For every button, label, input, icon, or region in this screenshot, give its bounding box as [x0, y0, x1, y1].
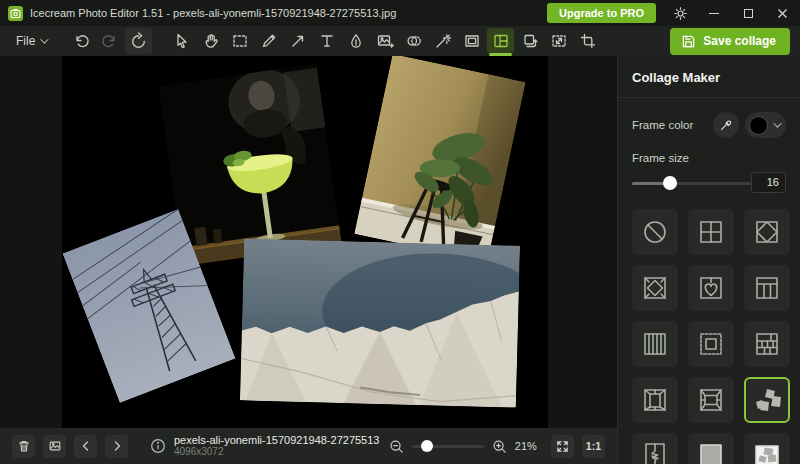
app-window: Icecream Photo Editor 1.51 - pexels-ali-…	[0, 0, 800, 464]
collage-canvas[interactable]	[62, 56, 548, 428]
pointer-tool[interactable]	[168, 28, 195, 54]
file-menu-label: File	[16, 34, 35, 48]
zoom-level: 21%	[515, 440, 543, 452]
file-menu[interactable]: File	[10, 30, 52, 52]
crop-icon	[579, 32, 597, 50]
duplicate-tool[interactable]	[516, 28, 543, 54]
magic-wand-tool[interactable]	[429, 28, 456, 54]
workspace	[0, 56, 617, 428]
add-image-tool[interactable]	[371, 28, 398, 54]
color-swatch-black	[749, 116, 768, 135]
arrow-tool[interactable]	[284, 28, 311, 54]
droplet-icon	[347, 32, 365, 50]
collage-maker-panel: Collage Maker Frame color Frame size	[617, 56, 800, 464]
template-header-columns[interactable]	[744, 265, 790, 311]
template-grid	[618, 193, 800, 464]
app-logo-icon	[8, 6, 23, 21]
gallery-button[interactable]	[43, 435, 66, 458]
toolbar: File	[0, 26, 800, 56]
zoom-slider-thumb[interactable]	[421, 440, 433, 452]
info-icon	[150, 438, 166, 454]
zoom-slider[interactable]	[412, 440, 484, 452]
previous-image-button[interactable]	[74, 435, 97, 458]
marquee-select-icon	[231, 32, 249, 50]
chevron-down-icon	[773, 119, 781, 127]
template-center-landscape[interactable]	[688, 377, 734, 423]
pencil-tool[interactable]	[255, 28, 282, 54]
frame-color-label: Frame color	[632, 119, 693, 131]
collage-icon	[492, 32, 510, 50]
color-circles-icon	[405, 32, 423, 50]
current-filename: pexels-ali-yonemli-1570921948-27275513	[174, 434, 379, 446]
actual-size-button[interactable]: 1:1	[582, 435, 605, 458]
hand-icon	[202, 32, 220, 50]
eyedropper-icon	[719, 118, 733, 132]
divider	[618, 97, 800, 98]
rotate-button[interactable]	[125, 28, 152, 54]
settings-gear-icon[interactable]	[670, 3, 690, 23]
frame-size-slider[interactable]	[632, 176, 751, 190]
fit-to-screen-button[interactable]	[551, 435, 574, 458]
template-grid-2x2[interactable]	[688, 209, 734, 255]
template-heart[interactable]	[688, 265, 734, 311]
undo-button[interactable]	[67, 28, 94, 54]
template-torn-split[interactable]	[632, 433, 678, 464]
next-image-button[interactable]	[105, 435, 128, 458]
template-diamond-corners[interactable]	[632, 265, 678, 311]
template-mosaic[interactable]	[688, 433, 734, 464]
chevron-down-icon	[41, 35, 49, 43]
template-mosaic-scatter[interactable]	[744, 433, 790, 464]
text-icon	[318, 32, 336, 50]
frame-color-swatch[interactable]	[745, 112, 786, 138]
template-stripes[interactable]	[632, 321, 678, 367]
chevron-right-icon	[111, 440, 123, 452]
collage-tool[interactable]	[487, 28, 514, 54]
window-title: Icecream Photo Editor 1.51 - pexels-ali-…	[30, 7, 396, 19]
save-collage-button[interactable]: Save collage	[670, 28, 790, 55]
duplicate-icon	[521, 32, 539, 50]
resize-tool[interactable]	[545, 28, 572, 54]
template-none[interactable]	[632, 209, 678, 255]
template-framed-border[interactable]	[688, 321, 734, 367]
template-diamond[interactable]	[744, 209, 790, 255]
slider-thumb[interactable]	[663, 176, 677, 190]
template-bricks[interactable]	[744, 321, 790, 367]
pencil-icon	[260, 32, 278, 50]
title-bar: Icecream Photo Editor 1.51 - pexels-ali-…	[0, 0, 800, 26]
delete-button[interactable]	[12, 435, 35, 458]
minimize-button[interactable]	[704, 3, 724, 23]
frame-icon	[463, 32, 481, 50]
minimize-icon	[709, 13, 719, 14]
zoom-out-button[interactable]	[389, 439, 404, 454]
redo-button[interactable]	[96, 28, 123, 54]
magic-wand-icon	[434, 32, 452, 50]
template-center-portrait[interactable]	[632, 377, 678, 423]
text-tool[interactable]	[313, 28, 340, 54]
photo-plant-on-stool[interactable]	[354, 56, 525, 262]
resize-icon	[550, 32, 568, 50]
pointer-icon	[173, 32, 191, 50]
image-dimensions: 4096x3072	[174, 446, 379, 458]
zoom-in-button[interactable]	[492, 439, 507, 454]
upgrade-to-pro-button[interactable]: Upgrade to PRO	[547, 3, 656, 23]
color-drop-tool[interactable]	[342, 28, 369, 54]
crop-tool[interactable]	[574, 28, 601, 54]
close-button[interactable]	[772, 3, 792, 23]
hand-tool[interactable]	[197, 28, 224, 54]
save-icon	[681, 34, 696, 49]
frame-tool[interactable]	[458, 28, 485, 54]
zoom-in-icon	[492, 439, 507, 454]
rotate-icon	[129, 32, 148, 51]
maximize-icon	[744, 9, 753, 18]
frame-size-value[interactable]: 16	[751, 172, 786, 193]
status-bar: pexels-ali-yonemli-1570921948-27275513 4…	[0, 428, 617, 464]
photo-snowy-mountains[interactable]	[240, 238, 520, 407]
select-tool[interactable]	[226, 28, 253, 54]
eyedropper-button[interactable]	[713, 112, 739, 138]
adjustments-tool[interactable]	[400, 28, 427, 54]
redo-icon	[101, 32, 119, 50]
template-scattered[interactable]	[744, 377, 790, 423]
undo-icon	[72, 32, 90, 50]
close-icon	[777, 8, 788, 19]
maximize-button[interactable]	[738, 3, 758, 23]
